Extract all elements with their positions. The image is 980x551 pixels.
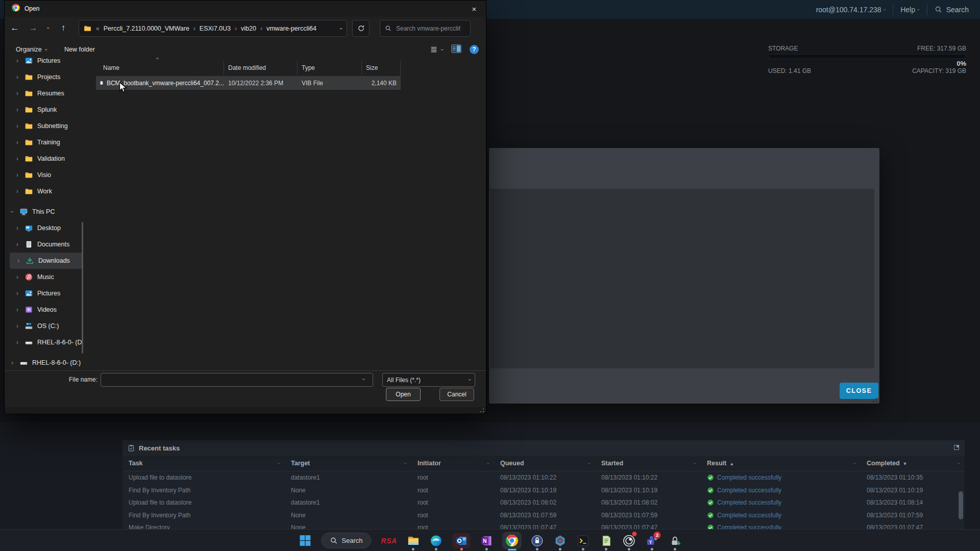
column-header-target[interactable]: Target › xyxy=(285,456,411,471)
sidebar-scrollbar[interactable] xyxy=(82,222,83,354)
chevron-down-icon[interactable]: › xyxy=(586,462,592,464)
taskbar-outlook-button[interactable] xyxy=(453,531,471,551)
column-header-queued[interactable]: Queued › xyxy=(494,456,595,471)
breadcrumb-segment[interactable]: vmware-perccli64 xyxy=(266,25,316,32)
chevron-right-icon[interactable]: › xyxy=(15,90,20,97)
recent-locations-chevron-icon[interactable]: › xyxy=(41,25,56,31)
sidebar-item-this-pc[interactable]: ›This PC xyxy=(10,204,91,220)
sidebar-item-rhel-8-6-0-d[interactable]: ›RHEL-8-6-0- (D:) xyxy=(10,355,91,370)
chevron-right-icon[interactable]: › xyxy=(15,224,20,232)
taskbar-search-pill[interactable]: Search xyxy=(321,533,371,548)
column-header-result[interactable]: Result▲ › xyxy=(701,456,861,471)
chevron-down-icon[interactable]: › xyxy=(692,462,698,464)
taskbar-rsa[interactable]: RSA xyxy=(381,531,397,551)
sidebar-item-pictures[interactable]: ›Pictures xyxy=(15,285,96,302)
task-row[interactable]: Upload file to datastoredatastore1root08… xyxy=(122,496,965,509)
sidebar-item-visio[interactable]: ›Visio xyxy=(15,167,96,183)
chevron-right-icon[interactable]: › xyxy=(15,322,20,330)
chevron-right-icon[interactable]: › xyxy=(15,306,20,313)
sidebar-item-projects[interactable]: ›Projects xyxy=(15,69,96,85)
column-header-size[interactable]: Size xyxy=(362,61,401,75)
expand-panel-icon[interactable] xyxy=(953,443,960,453)
cancel-button[interactable]: Cancel xyxy=(439,388,474,401)
chevron-right-icon[interactable]: › xyxy=(15,241,20,248)
help-button[interactable]: ? xyxy=(470,45,479,54)
sidebar-item-desktop[interactable]: ›Desktop xyxy=(15,220,96,236)
chevron-right-icon[interactable]: › xyxy=(15,122,20,130)
chevron-right-icon[interactable]: › xyxy=(15,290,20,297)
breadcrumb-overflow-icon[interactable]: « xyxy=(96,25,104,32)
chevron-right-icon[interactable]: › xyxy=(15,188,20,195)
column-header-type[interactable]: Type xyxy=(298,61,362,75)
column-header-name[interactable]: Name xyxy=(96,61,224,75)
esxi-search[interactable]: Search xyxy=(935,6,969,14)
sidebar-item-work[interactable]: ›Work xyxy=(15,183,96,199)
dialog-title-bar[interactable]: Open × xyxy=(5,1,486,17)
task-row[interactable]: Find By Inventory PathNoneroot08/13/2023… xyxy=(122,484,965,497)
breadcrumb[interactable]: « Perccli_7.2110.0000_VMWare›ESXi7.0U3›v… xyxy=(79,20,347,37)
organize-menu[interactable]: Organize › xyxy=(16,46,47,53)
back-button[interactable]: ← xyxy=(5,23,25,33)
tasks-scrollbar[interactable] xyxy=(959,491,963,519)
open-button[interactable]: Open xyxy=(386,388,421,401)
chevron-down-icon[interactable]: › xyxy=(9,209,16,214)
file-type-select[interactable]: All Files (*.*) › xyxy=(382,373,475,387)
preview-pane-button[interactable] xyxy=(451,44,461,55)
chevron-down-icon[interactable]: › xyxy=(485,462,491,464)
column-header-date-modified[interactable]: Date modified xyxy=(224,61,298,75)
breadcrumb-dropdown-icon[interactable]: › xyxy=(338,28,345,30)
sidebar-item-downloads[interactable]: ›Downloads xyxy=(10,253,82,269)
chevron-right-icon[interactable]: › xyxy=(10,359,15,366)
sidebar-item-validation[interactable]: ›Validation xyxy=(15,151,96,167)
chevron-down-icon[interactable]: › xyxy=(403,462,408,464)
sidebar-item-rhel-8-6-0-d[interactable]: ›RHEL-8-6-0- (D xyxy=(15,334,96,350)
column-header-started[interactable]: Started › xyxy=(595,456,701,471)
taskbar-taskbar-search[interactable]: Search xyxy=(321,531,371,551)
close-button[interactable]: CLOSE xyxy=(840,383,878,399)
close-window-icon[interactable]: × xyxy=(462,1,486,17)
taskbar-teams-button[interactable]: T2 xyxy=(646,531,659,551)
sidebar-item-documents[interactable]: ›Documents xyxy=(15,236,96,253)
sidebar-item-resumes[interactable]: ›Resumes xyxy=(15,85,96,102)
breadcrumb-segment[interactable]: Perccli_7.2110.0000_VMWare xyxy=(104,25,189,32)
task-row[interactable]: Find By Inventory PathNoneroot08/13/2023… xyxy=(122,509,965,522)
task-row[interactable]: Upload file to datastoredatastore1root08… xyxy=(122,471,965,484)
taskbar-hexagon-app-button[interactable] xyxy=(554,531,567,551)
up-button[interactable]: ↑ xyxy=(56,23,71,33)
column-header-initiator[interactable]: Initiator › xyxy=(411,456,494,471)
taskbar-onenote-button[interactable]: N xyxy=(480,531,494,551)
help-menu[interactable]: Help › xyxy=(900,6,919,14)
new-folder-button[interactable]: New folder xyxy=(64,46,95,53)
chevron-right-icon[interactable]: › xyxy=(15,273,20,281)
taskbar-chrome-button[interactable] xyxy=(503,531,521,551)
resize-grip-icon[interactable] xyxy=(872,397,877,403)
sidebar-item-pictures[interactable]: ›Pictures xyxy=(15,58,96,69)
sidebar-item-splunk[interactable]: ›Splunk xyxy=(15,102,96,118)
taskbar-secure-transfer-button[interactable] xyxy=(669,531,682,551)
file-name-input[interactable] xyxy=(101,373,373,387)
taskbar-file-explorer-button[interactable] xyxy=(407,531,420,551)
chevron-right-icon[interactable]: › xyxy=(15,73,20,81)
refresh-button[interactable] xyxy=(352,20,370,37)
task-row[interactable]: Make DirectoryNoneroot08/13/2023 01:07:4… xyxy=(122,521,965,529)
chevron-down-icon[interactable]: › xyxy=(361,379,366,380)
chevron-down-icon[interactable]: › xyxy=(276,462,282,464)
breadcrumb-segment[interactable]: ESXi7.0U3 xyxy=(200,25,231,32)
taskbar-windows-start[interactable] xyxy=(298,531,311,551)
sidebar-item-videos[interactable]: ›Videos xyxy=(15,302,96,318)
search-input[interactable] xyxy=(395,24,461,33)
sidebar-item-os-c[interactable]: ›OS (C:) xyxy=(15,318,96,334)
chevron-down-icon[interactable]: › xyxy=(852,462,857,464)
taskbar-obs-button[interactable] xyxy=(623,531,636,551)
chevron-right-icon[interactable]: › xyxy=(15,58,20,64)
column-header-task[interactable]: Task › xyxy=(122,456,285,471)
breadcrumb-segment[interactable]: vib20 xyxy=(241,25,256,32)
resize-grip-icon[interactable] xyxy=(480,408,484,413)
chevron-right-icon[interactable]: › xyxy=(15,139,20,146)
column-header-completed[interactable]: Completed▼ › xyxy=(861,456,965,471)
chevron-right-icon[interactable]: › xyxy=(15,339,20,346)
taskbar-edge-button[interactable] xyxy=(430,531,443,551)
chevron-right-icon[interactable]: › xyxy=(15,106,20,113)
sidebar-item-subnetting[interactable]: ›Subnetting xyxy=(15,118,96,134)
forward-button[interactable]: → xyxy=(25,23,41,33)
